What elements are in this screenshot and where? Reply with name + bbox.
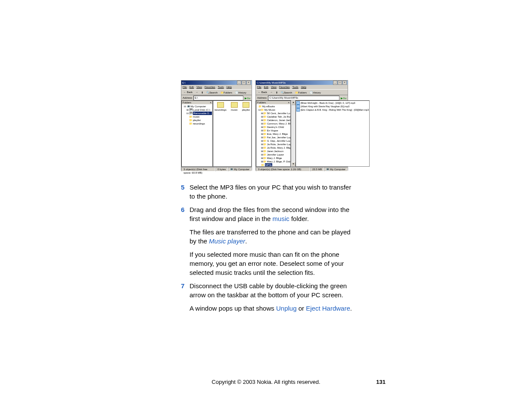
up-button[interactable]: ⬆ — [200, 91, 204, 94]
tree-item[interactable]: ⊞📁 Common, Mary J. Blige — [257, 122, 290, 125]
window-controls: _ □ × — [333, 81, 347, 85]
tree-removable-disk[interactable]: ⊟ 💾 Removable D... — [182, 112, 212, 115]
tree-music-folder[interactable]: 📁 music — [182, 115, 212, 118]
tree-item[interactable]: ⊞📁 Jennifer Lopez — [257, 153, 290, 156]
search-button[interactable]: 🔍Search — [280, 91, 293, 94]
menubar: File Edit View Favorites Tools Help — [181, 85, 252, 89]
addressbar: Address E:\ ▶Go — [181, 95, 252, 100]
menu-edit[interactable]: Edit — [264, 86, 268, 88]
menu-view[interactable]: View — [271, 86, 277, 88]
content-pane: recordings music playlist — [213, 100, 252, 167]
folder-item[interactable]: music — [231, 102, 238, 111]
folders-header-label: Folders — [183, 101, 191, 104]
toolbar: ← Back → ⬆ 🔍Search 📁Folders 🕒History — [256, 89, 348, 95]
tree-item[interactable]: ⊞📁 Cadallac Tah, Ja Rule, Jennifer... — [257, 115, 290, 118]
tree-item[interactable]: ⊞📁 G. Dep, Jennifer Lopez, P. Didd... — [257, 139, 290, 143]
file-item[interactable]: [Brian McKnight - Back At One] - [19][0,… — [296, 101, 369, 105]
tree-item[interactable]: ⊞📁 Ja Rule, Mary J. Blige — [257, 146, 290, 149]
menu-file[interactable]: File — [183, 86, 187, 88]
forward-button[interactable]: → — [269, 91, 274, 93]
tree-item[interactable]: ⊞📁 Mary J. Blige, P. Diddy — [257, 160, 290, 163]
instruction-steps: 5 Select the MP3 files on your PC that y… — [181, 183, 353, 313]
folder-icon — [217, 102, 224, 108]
minimize-button[interactable]: _ — [237, 81, 241, 85]
explorer-window-pc-music: C:\Users\My Music\MP3s _ □ × File Edit V… — [255, 80, 348, 171]
close-button[interactable]: × — [342, 81, 347, 85]
menu-help[interactable]: Help — [301, 86, 306, 88]
folders-tree-pane: Folders × 📁 My eBooks ⊟📁 My Music ⊞📁 50 … — [256, 100, 291, 167]
tree-item[interactable]: 📁 My eBooks — [257, 105, 290, 108]
up-button[interactable]: ⬆ — [275, 91, 279, 94]
minimize-button[interactable]: _ — [333, 81, 337, 85]
tree-item[interactable]: ⊟📁 My Music — [257, 108, 290, 112]
file-item[interactable]: [Albert King with Stevie Ray Vaughan (9)… — [296, 105, 369, 108]
window-title: E:\ — [182, 81, 185, 84]
address-input[interactable]: E:\ — [193, 96, 243, 100]
tree-item[interactable]: ⊞📁 Fat Joe, Jennifer Lopez — [257, 136, 290, 139]
folder-item[interactable]: playlist — [242, 102, 250, 111]
folder-item[interactable]: recordings — [215, 102, 227, 111]
tree-item[interactable]: ⊞📁 50 Cent, Jennifer Lopez — [257, 112, 290, 115]
go-button[interactable]: ▶Go — [341, 97, 346, 100]
tree-item[interactable]: ⊞📁 Janet Jackson — [257, 149, 290, 153]
toolbar: ← Back → ⬆ 🔍Search 📁Folders 🕒History — [181, 89, 252, 95]
step-number: 5 — [181, 183, 190, 201]
step-6: 6 Drag and drop the files from the secon… — [181, 205, 353, 277]
mp3-file-icon — [296, 108, 300, 112]
tree-my-computer[interactable]: ⊟ 💻 My Computer — [182, 105, 212, 108]
search-button[interactable]: 🔍Search — [205, 91, 218, 94]
forward-button[interactable]: → — [195, 91, 199, 93]
tree-item[interactable]: ⊞📁 En Vogue — [257, 129, 290, 132]
folders-button[interactable]: 📁Folders — [294, 91, 308, 94]
tree-item[interactable]: ⊞📁 Calderon, Janet Jackson — [257, 118, 290, 122]
ui-term-unplug: Unplug — [276, 305, 297, 312]
status-objects: 3 object(s) (Disk free space: 60.8 MB) — [181, 167, 215, 171]
folder-label: recordings — [215, 109, 227, 111]
tree-local-disk[interactable]: ⊞ 💾 Local Disk (C:) — [182, 108, 212, 112]
window-controls: _ □ × — [237, 81, 251, 85]
tree-item[interactable]: ⊞📁 Ja Rule, Jennifer Lopez — [257, 143, 290, 146]
screenshot-row: E:\ _ □ × File Edit View Favorites Tools… — [181, 80, 353, 171]
tree-scrollbar[interactable]: ▲ ▼ — [291, 100, 296, 167]
maximize-button[interactable]: □ — [338, 81, 342, 85]
back-button[interactable]: ← Back — [183, 91, 193, 93]
statusbar: 3 object(s) (Disk free space: 2.26 GB) 2… — [256, 167, 348, 171]
close-button[interactable]: × — [246, 81, 251, 85]
folders-close-icon[interactable]: × — [210, 101, 212, 104]
tree-item[interactable]: ⊞📁 Destiny's Child — [257, 125, 290, 129]
explorer-window-phone-drive: E:\ _ □ × File Edit View Favorites Tools… — [181, 80, 252, 171]
maximize-button[interactable]: □ — [242, 81, 246, 85]
status-size: 0 bytes — [215, 167, 228, 171]
menu-tools[interactable]: Tools — [292, 86, 299, 88]
tree-playlist-folder[interactable]: 📁 playlist — [182, 118, 212, 122]
back-button[interactable]: ← Back — [257, 91, 268, 93]
window-title: C:\Users\My Music\MP3s — [257, 81, 286, 84]
menu-file[interactable]: File — [257, 86, 261, 88]
go-button[interactable]: ▶Go — [245, 97, 250, 100]
scroll-up-icon[interactable]: ▲ — [291, 100, 296, 105]
menu-view[interactable]: View — [196, 86, 202, 88]
menu-edit[interactable]: Edit — [190, 86, 194, 88]
menu-tools[interactable]: Tools — [218, 86, 224, 88]
history-button[interactable]: 🕒History — [309, 91, 322, 94]
address-input[interactable]: C:\Users\My Music\MP3s — [268, 96, 339, 100]
step-text: Select the MP3 files on your PC that you… — [190, 183, 353, 201]
scroll-down-icon[interactable]: ▼ — [291, 162, 296, 167]
tree-recordings-folder[interactable]: 📁 recordings — [182, 122, 212, 125]
status-location: 💻 My Computer — [324, 167, 348, 171]
mp3-file-icon — [296, 101, 300, 105]
menu-favorites[interactable]: Favorites — [279, 86, 290, 88]
tree-item[interactable]: ⊞📁 Mary J. Blige — [257, 156, 290, 160]
tree-item[interactable]: 📁 MP3s — [257, 163, 290, 167]
step-5: 5 Select the MP3 files on your PC that y… — [181, 183, 353, 201]
folders-button[interactable]: 📁Folders — [220, 91, 233, 94]
menubar: File Edit View Favorites Tools Help — [256, 85, 348, 89]
status-location: 💻 My Computer — [228, 167, 252, 171]
menu-favorites[interactable]: Favorites — [205, 86, 215, 88]
history-button[interactable]: 🕒History — [234, 91, 247, 94]
file-item[interactable]: [Eric Clapton & B.B. King - Riding With … — [296, 108, 369, 112]
tree-item[interactable]: ⊞📁 Eve, Mary J. Blige — [257, 132, 290, 136]
menu-help[interactable]: Help — [227, 86, 232, 88]
folders-close-icon[interactable]: × — [288, 101, 289, 104]
folders-tree-pane: Folders × ⊟ 💻 My Computer ⊞ 💾 Local Disk… — [181, 100, 213, 167]
